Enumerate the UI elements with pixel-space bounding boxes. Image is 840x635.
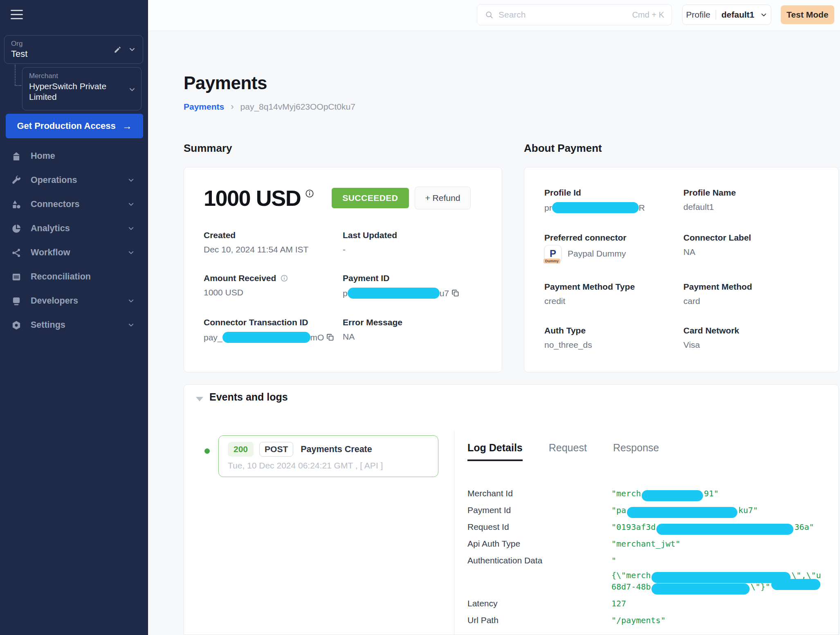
org-selector[interactable]: Org Test — [4, 35, 143, 64]
log-url-path-value: "/payments" — [611, 615, 831, 626]
summary-card: 1000 USD SUCCEEDED + Refund Created Dec … — [184, 167, 502, 372]
tab-log-details[interactable]: Log Details — [467, 442, 523, 461]
field-preferred-connector: Preferred connector P Dummy Paypal Dummy — [544, 233, 683, 262]
field-auth-type: Auth Type no_three_ds — [544, 326, 683, 350]
merchant-label: Merchant — [29, 72, 135, 80]
sidebar-item-home[interactable]: Home — [0, 144, 148, 168]
redaction-bar — [552, 202, 639, 213]
merchant-value: HyperSwitch Private Limited — [29, 81, 111, 102]
share-nodes-icon — [11, 247, 22, 258]
collapse-triangle-icon[interactable] — [196, 397, 203, 401]
log-authentication-data-label: Authentication Data — [467, 555, 611, 565]
summary-heading: Summary — [184, 142, 232, 155]
events-vertical-divider — [454, 431, 454, 635]
laptop-icon — [11, 295, 22, 306]
hamburger-menu-icon[interactable] — [11, 10, 25, 22]
field-payment-method: Payment Method card — [683, 282, 826, 306]
sidebar-item-reconciliation[interactable]: Reconciliation — [0, 265, 148, 289]
sidebar-nav: Home Operations Connectors Analytics Wor… — [0, 144, 148, 337]
copy-icon[interactable] — [451, 289, 460, 297]
org-chevron-down-icon[interactable] — [128, 45, 136, 54]
event-item-payments-create[interactable]: 200 POST Payments Create Tue, 10 Dec 202… — [218, 435, 438, 477]
sidebar-item-settings[interactable]: Settings — [0, 313, 148, 337]
log-request-id-value: "0193af3d36a" — [611, 521, 831, 533]
tab-request[interactable]: Request — [549, 442, 587, 461]
paypal-dummy-badge: Dummy — [544, 259, 560, 263]
profile-selector[interactable]: Profile default1 — [682, 5, 771, 25]
event-timestamp: Tue, 10 Dec 2024 06:24:21 GMT , [ API ] — [228, 461, 429, 471]
field-profile-id: Profile Id prR — [544, 188, 683, 213]
chevron-down-icon — [127, 200, 135, 208]
log-tabs: Log Details Request Response — [467, 442, 659, 461]
sidebar-item-label: Connectors — [31, 199, 79, 209]
log-payment-id-label: Payment Id — [467, 504, 611, 515]
status-code-badge: 200 — [228, 442, 254, 457]
sidebar-item-workflow[interactable]: Workflow — [0, 241, 148, 265]
log-authentication-data-value: " {\"merch\",\"u 68d7-48b\"}" — [611, 555, 831, 592]
log-request-id-label: Request Id — [467, 521, 611, 532]
amount-info-icon[interactable] — [305, 189, 314, 200]
field-error-message: Error Message NA — [343, 318, 485, 343]
shapes-icon — [11, 199, 22, 210]
log-details-grid: Merchant Id "merch91" Payment Id "paku7"… — [467, 488, 831, 626]
sidebar-item-label: Settings — [31, 320, 65, 330]
redaction-bar — [348, 288, 440, 299]
chevron-down-icon — [127, 321, 135, 329]
pie-chart-icon — [11, 223, 22, 234]
field-card-network: Card Network Visa — [683, 326, 826, 350]
sidebar-item-label: Developers — [31, 296, 78, 306]
breadcrumb: Payments › pay_8q14vMyj623OOpCt0ku7 — [184, 101, 355, 112]
chevron-down-icon — [127, 249, 135, 257]
tab-response[interactable]: Response — [613, 442, 659, 461]
log-url-path-label: Url Path — [467, 615, 611, 625]
test-mode-button[interactable]: Test Mode — [781, 5, 834, 24]
global-search: Cmd + K — [477, 4, 672, 25]
sidebar: Org Test Merchant HyperSwitch Private Li… — [0, 0, 148, 635]
settings-nut-icon — [11, 320, 22, 331]
search-shortcut-hint: Cmd + K — [632, 10, 664, 20]
log-latency-label: Latency — [467, 598, 611, 608]
redaction-bar — [651, 583, 750, 594]
redaction-bar — [642, 490, 703, 501]
field-connector-label: Connector Label NA — [683, 233, 826, 262]
home-icon — [11, 151, 22, 162]
org-merchant-tree-connector — [15, 65, 21, 86]
wrench-icon — [11, 175, 22, 186]
search-input[interactable] — [499, 10, 627, 20]
breadcrumb-payments-link[interactable]: Payments — [184, 102, 224, 112]
org-value: Test — [11, 49, 114, 59]
copy-icon[interactable] — [326, 333, 335, 342]
sidebar-item-developers[interactable]: Developers — [0, 289, 148, 313]
redaction-bar — [656, 524, 793, 535]
sidebar-item-connectors[interactable]: Connectors — [0, 192, 148, 216]
refund-button[interactable]: + Refund — [415, 187, 471, 209]
log-latency-value: 127 — [611, 598, 831, 609]
org-label: Org — [11, 40, 114, 48]
hyperswitch-dashboard: Org Test Merchant HyperSwitch Private Li… — [0, 0, 840, 635]
get-production-access-button[interactable]: Get Production Access → — [6, 114, 143, 138]
ledger-icon — [11, 271, 22, 282]
edit-pencil-icon[interactable] — [114, 46, 121, 54]
cta-label: Get Production Access — [17, 121, 115, 131]
profile-value: default1 — [721, 10, 755, 20]
page-title: Payments — [184, 73, 267, 93]
redaction-bar — [627, 507, 737, 518]
payment-amount: 1000 USD — [204, 185, 301, 211]
event-name: Payments Create — [301, 444, 372, 455]
sidebar-item-label: Operations — [31, 175, 77, 185]
search-icon — [485, 10, 494, 19]
info-icon[interactable] — [280, 274, 288, 282]
field-payment-method-type: Payment Method Type credit — [544, 282, 683, 306]
about-payment-card: Profile Id prR Profile Name default1 Pre… — [524, 167, 839, 372]
paypal-icon: P Dummy — [544, 245, 561, 262]
profile-chevron-down-icon — [760, 11, 768, 19]
sidebar-item-analytics[interactable]: Analytics — [0, 216, 148, 241]
chevron-down-icon — [127, 225, 135, 232]
redaction-bar — [771, 579, 820, 590]
merchant-selector[interactable]: Merchant HyperSwitch Private Limited — [22, 67, 141, 110]
field-last-updated: Last Updated - — [343, 230, 485, 254]
field-profile-name: Profile Name default1 — [683, 188, 826, 213]
merchant-chevron-down-icon[interactable] — [128, 86, 136, 95]
sidebar-item-label: Workflow — [31, 248, 70, 258]
sidebar-item-operations[interactable]: Operations — [0, 168, 148, 192]
